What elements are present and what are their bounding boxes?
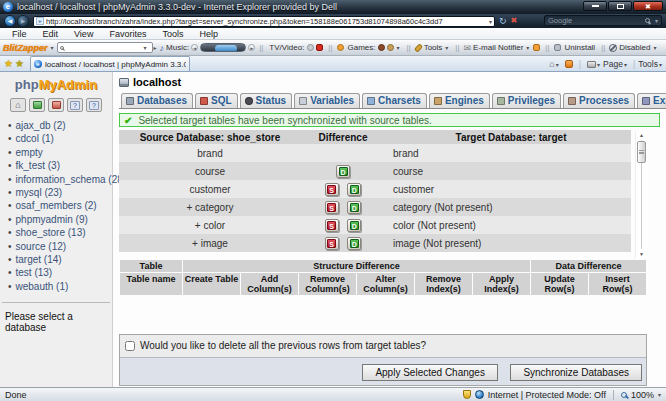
page-menu[interactable]: Page [603,59,623,69]
tools-menu[interactable]: Tools [638,59,658,69]
tab-processes[interactable]: Processes [563,93,635,108]
zoom-dropdown-icon[interactable]: ▾ [658,391,661,398]
db-link-mysql[interactable]: mysql (23) [16,187,63,198]
db-list-item[interactable]: •webauth (1) [8,280,112,293]
games-dropdown-icon[interactable]: ▾ [396,44,399,51]
tv-icon[interactable] [307,44,314,51]
back-button[interactable]: ◀ [4,15,16,27]
db-link-osaf_members[interactable]: osaf_members (2) [16,200,97,211]
uninstall-label[interactable]: Uninstall [564,43,595,52]
structure-diff-button[interactable]: S [325,219,339,232]
db-list-item[interactable]: •ajax_db (2) [8,119,112,132]
game-icon[interactable] [378,44,385,51]
favorites-star-icon[interactable]: ★ [4,58,13,69]
phpmyadmin-logo[interactable]: phpMyAdmin [0,77,112,92]
menu-file[interactable]: File [4,29,35,39]
source-table-name[interactable]: course [119,162,301,180]
source-table-name[interactable]: + color [119,216,301,234]
search-icon[interactable] [645,18,650,23]
pma-docs-button[interactable]: ? [67,98,83,112]
sql-window-button[interactable] [48,98,64,112]
email-dropdown-icon[interactable]: ▾ [526,44,529,51]
disabled-label[interactable]: Disabled [619,43,650,52]
db-link-webauth[interactable]: webauth (1) [16,281,69,292]
stop-button[interactable]: ✖ [511,16,518,26]
db-link-source[interactable]: source (12) [16,241,67,252]
close-button[interactable]: ✖ [633,1,663,11]
db-list-item[interactable]: •shoe_store (13) [8,226,112,239]
media-prev-icon[interactable]: ◂ [191,44,198,51]
db-list-item[interactable]: •mysql (23) [8,186,112,199]
search-dropdown-icon[interactable]: ▾ [655,17,658,24]
music-label[interactable]: Music: [166,43,189,52]
play-icon[interactable]: ▸ [154,44,157,51]
synchronize-databases-button[interactable]: Synchronize Databases [510,364,642,381]
structure-diff-button[interactable]: S [325,183,339,196]
db-list-item[interactable]: •empty [8,146,112,159]
media-slider[interactable] [200,43,246,52]
zoom-level[interactable]: 100% [631,390,654,400]
email-notifier-label[interactable]: E-mail Notifier [473,43,523,52]
structure-diff-button[interactable]: S [325,237,339,250]
disabled-dropdown-icon[interactable]: ▾ [653,44,656,51]
games-label[interactable]: Games: [347,43,375,52]
search-input[interactable]: Google [548,16,645,25]
tab-engines[interactable]: Engines [429,93,490,108]
menu-view[interactable]: View [66,29,101,39]
address-dropdown-icon[interactable]: ▾ [487,18,492,25]
data-diff-button[interactable]: D [347,237,361,250]
structure-diff-button[interactable]: S [325,201,339,214]
tools-dropdown-icon[interactable]: ▾ [445,44,448,51]
source-table-name[interactable]: + category [119,198,301,216]
menu-favorites[interactable]: Favorites [101,29,154,39]
scrollbar-thumb[interactable] [637,141,646,163]
db-link-test[interactable]: test (13) [16,267,53,278]
db-list-item[interactable]: •test (13) [8,266,112,279]
print-dropdown-icon[interactable]: ▾ [597,61,600,68]
home-icon[interactable]: ⌂ [549,59,554,69]
feeds-icon[interactable] [565,60,573,68]
add-favorite-icon[interactable]: ★ [15,58,24,69]
page-dropdown-icon[interactable]: ▾ [624,61,627,68]
maximize-button[interactable] [608,1,632,11]
menu-tools[interactable]: Tools [154,29,191,39]
toolbar-search-dropdown-icon[interactable]: ▾ [144,44,147,51]
db-link-cdcol[interactable]: cdcol (1) [16,133,54,144]
data-diff-button[interactable]: D [336,165,350,178]
db-list-item[interactable]: •phpmyadmin (9) [8,213,112,226]
source-table-name[interactable]: customer [119,180,301,198]
game-icon-2[interactable] [387,44,394,51]
menu-edit[interactable]: Edit [35,29,67,39]
minimize-button[interactable] [583,1,607,11]
video-icon[interactable] [316,44,323,51]
tab-sql[interactable]: SQL [195,93,238,108]
browser-tab[interactable]: e localhost / localhost | phpMyAdmin 3.3… [30,56,190,71]
db-link-information_schema[interactable]: information_schema (28) [16,174,127,185]
tab-export[interactable]: Export [637,93,666,108]
db-link-fk_test[interactable]: fk_test (3) [16,160,60,171]
tab-charsets[interactable]: Charsets [362,93,427,108]
db-link-phpmyadmin[interactable]: phpmyadmin (9) [16,214,88,225]
db-link-target[interactable]: target (14) [16,254,62,265]
db-link-ajax_db[interactable]: ajax_db (2) [16,120,66,131]
apply-selected-changes-button[interactable]: Apply Selected Changes [362,364,498,381]
tools-menu-dropdown-icon[interactable]: ▾ [659,61,662,68]
db-list-item[interactable]: •information_schema (28) [8,173,112,186]
data-diff-button[interactable]: D [347,201,361,214]
tab-privileges[interactable]: Privileges [492,93,561,108]
sync-table-scrollbar[interactable]: ▲ ▼ [635,131,647,258]
zoom-icon[interactable] [621,392,627,398]
db-list-item[interactable]: •target (14) [8,253,112,266]
data-diff-button[interactable]: D [347,219,361,232]
data-diff-button[interactable]: D [347,183,361,196]
print-icon[interactable] [587,61,596,68]
mysql-docs-button[interactable]: ? [86,98,102,112]
tools-menu-label[interactable]: Tools [424,43,443,52]
tab-status[interactable]: Status [240,93,293,108]
db-list-item[interactable]: •osaf_members (2) [8,199,112,212]
media-next-icon[interactable]: ▸ [248,44,255,51]
home-dropdown-icon[interactable]: ▾ [556,61,559,68]
tv-video-label[interactable]: TV/Video: [269,43,304,52]
db-link-shoe_store[interactable]: shoe_store (13) [16,227,86,238]
brand-dropdown-icon[interactable]: ▾ [51,44,54,51]
